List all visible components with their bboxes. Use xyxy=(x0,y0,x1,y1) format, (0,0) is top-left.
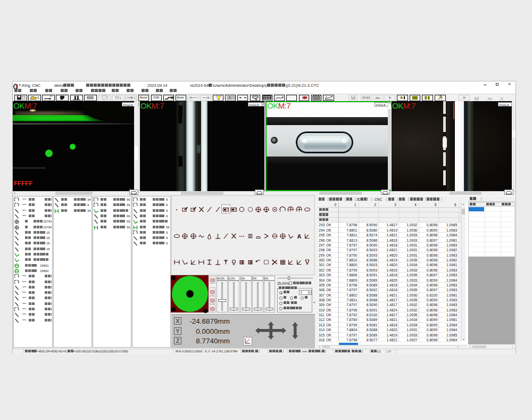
svg-text:A: A xyxy=(297,233,301,240)
